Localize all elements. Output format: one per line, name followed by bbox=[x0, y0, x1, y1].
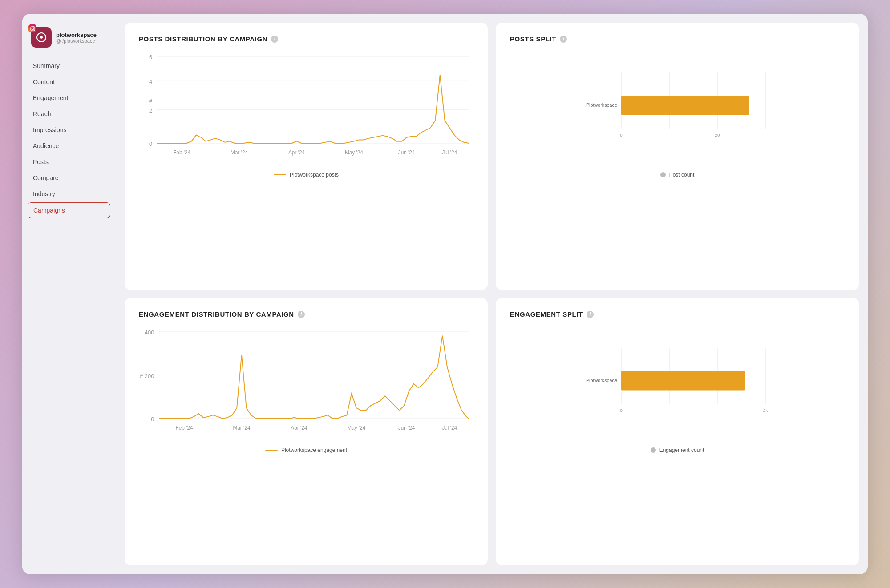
engagement-legend-line-icon bbox=[265, 450, 278, 451]
engagement-split-title-row: ENGAGEMENT SPLIT i bbox=[510, 310, 845, 318]
engagement-distribution-chart: 400 # 200 0 Feb '24 Mar '24 Apr '24 May … bbox=[139, 326, 473, 442]
brand-name: plotworkspace bbox=[56, 32, 97, 38]
svg-text:0: 0 bbox=[149, 141, 152, 147]
svg-text:4: 4 bbox=[149, 78, 152, 85]
brand-handle: @ /plotworkspace bbox=[56, 38, 97, 44]
legend-line-icon bbox=[274, 174, 286, 176]
svg-text:0: 0 bbox=[620, 133, 623, 137]
posts-distribution-legend-label: Plotworkspace posts bbox=[290, 172, 339, 178]
svg-text:20: 20 bbox=[715, 133, 720, 137]
posts-split-legend: Post count bbox=[510, 172, 845, 178]
engagement-distribution-info-icon[interactable]: i bbox=[298, 311, 305, 318]
posts-split-title: POSTS SPLIT bbox=[510, 35, 556, 43]
svg-rect-24 bbox=[621, 96, 749, 115]
svg-text:May '24: May '24 bbox=[345, 149, 363, 156]
engagement-dist-svg: 400 # 200 0 Feb '24 Mar '24 Apr '24 May … bbox=[139, 326, 473, 442]
instagram-badge bbox=[28, 24, 36, 32]
svg-text:Apr '24: Apr '24 bbox=[291, 425, 307, 431]
svg-rect-1 bbox=[30, 26, 34, 30]
posts-distribution-title-row: POSTS DISTRIBUTION BY CAMPAIGN i bbox=[139, 35, 473, 43]
engagement-distribution-title: ENGAGEMENT DISTRIBUTION BY CAMPAIGN bbox=[139, 310, 294, 318]
engagement-distribution-title-row: ENGAGEMENT DISTRIBUTION BY CAMPAIGN i bbox=[139, 310, 473, 318]
posts-split-legend-label: Post count bbox=[669, 172, 695, 178]
posts-split-card: POSTS SPLIT i Plotworkspace 0 2 bbox=[496, 23, 859, 290]
engagement-split-chart: Plotworkspace 0 2k bbox=[510, 326, 845, 442]
svg-text:Jun '24: Jun '24 bbox=[398, 425, 415, 431]
svg-text:Jul '24: Jul '24 bbox=[442, 425, 457, 431]
engagement-split-legend: Engagement count bbox=[510, 447, 845, 453]
posts-distribution-info-icon[interactable]: i bbox=[271, 36, 278, 43]
engagement-distribution-legend: Plotworkspace engagement bbox=[139, 447, 473, 453]
svg-point-2 bbox=[32, 28, 34, 30]
brand-text: plotworkspace @ /plotworkspace bbox=[56, 32, 97, 44]
posts-split-title-row: POSTS SPLIT i bbox=[510, 35, 845, 43]
svg-point-3 bbox=[33, 27, 34, 28]
sidebar-item-compare[interactable]: Compare bbox=[28, 170, 110, 185]
svg-text:Plotworkspace: Plotworkspace bbox=[586, 378, 617, 383]
engagement-split-svg: Plotworkspace 0 2k bbox=[514, 344, 840, 424]
svg-text:400: 400 bbox=[145, 329, 154, 336]
sidebar-brand: plotworkspace @ /plotworkspace bbox=[22, 23, 116, 58]
svg-text:May '24: May '24 bbox=[347, 425, 365, 431]
sidebar-item-content[interactable]: Content bbox=[28, 74, 110, 89]
engagement-distribution-card: ENGAGEMENT DISTRIBUTION BY CAMPAIGN i 40… bbox=[125, 298, 488, 565]
posts-distribution-legend: Plotworkspace posts bbox=[139, 172, 473, 178]
sidebar-item-posts[interactable]: Posts bbox=[28, 154, 110, 169]
svg-text:Jun '24: Jun '24 bbox=[398, 149, 415, 156]
sidebar-item-impressions[interactable]: Impressions bbox=[28, 122, 110, 137]
engagement-distribution-legend-label: Plotworkspace engagement bbox=[281, 447, 347, 453]
sidebar-item-reach[interactable]: Reach bbox=[28, 106, 110, 121]
svg-text:#  200: # 200 bbox=[140, 373, 154, 379]
sidebar-item-engagement[interactable]: Engagement bbox=[28, 90, 110, 105]
svg-text:Mar '24: Mar '24 bbox=[231, 149, 248, 156]
svg-text:6: 6 bbox=[149, 54, 152, 60]
posts-split-svg: Plotworkspace 0 20 bbox=[514, 68, 840, 149]
svg-text:Apr '24: Apr '24 bbox=[288, 149, 305, 156]
svg-text:Feb '24: Feb '24 bbox=[173, 149, 190, 156]
legend-dot-icon bbox=[660, 172, 666, 177]
svg-text:Jul '24: Jul '24 bbox=[442, 149, 457, 156]
svg-text:2k: 2k bbox=[763, 408, 768, 413]
app-container: plotworkspace @ /plotworkspace Summary C… bbox=[22, 14, 868, 574]
posts-split-chart: Plotworkspace 0 20 bbox=[510, 51, 845, 166]
posts-dist-svg: 6 4 # 2 0 Feb '24 Mar '24 Apr '24 May '2… bbox=[139, 51, 473, 166]
engagement-split-card: ENGAGEMENT SPLIT i Plotworkspace 0 2k bbox=[496, 298, 859, 565]
posts-distribution-card: POSTS DISTRIBUTION BY CAMPAIGN i 6 4 # 2… bbox=[125, 23, 488, 290]
svg-text:Feb '24: Feb '24 bbox=[176, 425, 193, 431]
posts-split-info-icon[interactable]: i bbox=[560, 36, 567, 43]
sidebar: plotworkspace @ /plotworkspace Summary C… bbox=[22, 14, 116, 574]
posts-distribution-title: POSTS DISTRIBUTION BY CAMPAIGN bbox=[139, 35, 267, 43]
svg-text:2: 2 bbox=[149, 107, 152, 114]
posts-distribution-chart: 6 4 # 2 0 Feb '24 Mar '24 Apr '24 May '2… bbox=[139, 51, 473, 166]
nav-list: Summary Content Engagement Reach Impress… bbox=[22, 58, 116, 218]
engagement-split-info-icon[interactable]: i bbox=[587, 311, 594, 318]
sidebar-item-summary[interactable]: Summary bbox=[28, 58, 110, 73]
engagement-split-title: ENGAGEMENT SPLIT bbox=[510, 310, 583, 318]
svg-rect-44 bbox=[621, 371, 745, 390]
sidebar-item-industry[interactable]: Industry bbox=[28, 186, 110, 201]
svg-text:#: # bbox=[149, 97, 153, 104]
engagement-legend-dot-icon bbox=[651, 447, 656, 453]
engagement-split-legend-label: Engagement count bbox=[659, 447, 704, 453]
svg-text:0: 0 bbox=[151, 416, 154, 423]
svg-text:Plotworkspace: Plotworkspace bbox=[586, 102, 617, 108]
sidebar-item-audience[interactable]: Audience bbox=[28, 138, 110, 153]
svg-text:Mar '24: Mar '24 bbox=[233, 425, 250, 431]
svg-text:0: 0 bbox=[620, 408, 623, 413]
sidebar-item-campaigns[interactable]: Campaigns bbox=[28, 202, 110, 218]
main-content: POSTS DISTRIBUTION BY CAMPAIGN i 6 4 # 2… bbox=[116, 14, 868, 574]
